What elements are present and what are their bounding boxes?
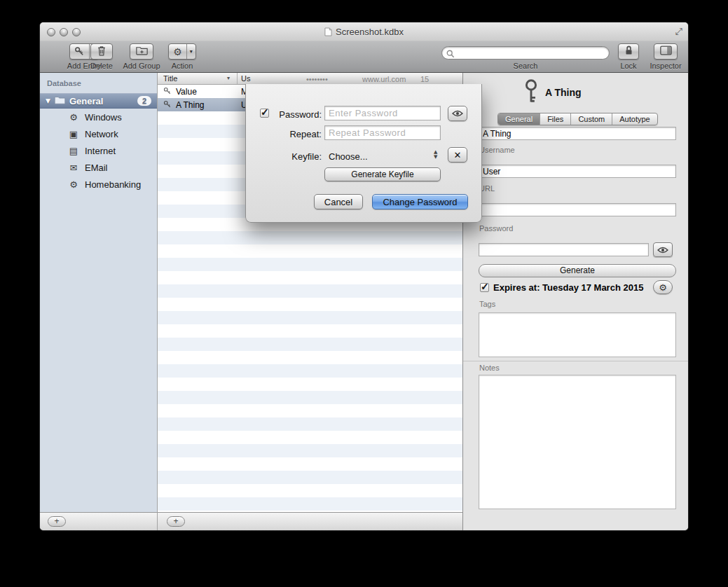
tab-autotype[interactable]: Autotype bbox=[612, 113, 657, 125]
reveal-password-button[interactable] bbox=[653, 242, 673, 257]
sidebar-item-email[interactable]: ✉ EMail bbox=[40, 159, 157, 176]
inspector-entry-title: A Thing bbox=[545, 87, 582, 98]
search-label: Search bbox=[441, 62, 610, 70]
search-input[interactable] bbox=[441, 46, 610, 60]
app-window: Screenshot.kdbx ⤢ ▾ Add Entry Delete bbox=[40, 22, 688, 530]
generate-password-button[interactable]: Generate bbox=[479, 264, 676, 277]
gear-icon: ⚙ bbox=[169, 44, 186, 59]
expires-label: Expires at: Tuesday 17 March 2015 bbox=[493, 282, 643, 293]
keyfile-popup[interactable]: Choose... bbox=[329, 151, 368, 162]
sidebar-item-label: Homebanking bbox=[85, 179, 141, 190]
disclosure-triangle-icon[interactable]: ▼ bbox=[46, 97, 50, 104]
peek-modified-cell: 15 bbox=[420, 75, 429, 83]
window-chrome: Screenshot.kdbx ⤢ ▾ Add Entry Delete bbox=[40, 22, 688, 73]
inspector-panel-icon bbox=[660, 46, 672, 58]
entry-list-bottom-bar: + bbox=[158, 512, 462, 530]
key-icon bbox=[163, 100, 172, 111]
tab-custom[interactable]: Custom bbox=[571, 113, 612, 125]
eye-icon bbox=[452, 109, 463, 119]
inspector-group: Inspector bbox=[648, 43, 683, 70]
inspector-tab-bar: General Files Custom Autotype bbox=[497, 113, 658, 125]
notes-label: Notes bbox=[479, 364, 500, 372]
popup-stepper-icon[interactable]: ▲▼ bbox=[434, 150, 437, 160]
sidebar-item-windows[interactable]: ⚙ Windows bbox=[40, 109, 157, 125]
gear-icon: ⚙ bbox=[659, 282, 667, 293]
peek-password-cell: •••••••• bbox=[306, 75, 328, 83]
sheet-password-label: Password: bbox=[273, 109, 322, 120]
action-label: Action bbox=[172, 62, 193, 70]
internet-icon: ▤ bbox=[68, 146, 79, 156]
action-dropdown[interactable]: ▾ bbox=[186, 44, 195, 59]
clear-keyfile-button[interactable]: ✕ bbox=[448, 147, 467, 163]
close-icon: ✕ bbox=[454, 150, 462, 160]
sheet-keyfile-label: Keyfile: bbox=[273, 151, 322, 162]
key-icon bbox=[70, 44, 89, 59]
sidebar-item-label: Internet bbox=[85, 146, 116, 156]
new-password-input[interactable] bbox=[324, 106, 441, 120]
search-group: Search bbox=[441, 46, 610, 70]
lock-label: Lock bbox=[620, 62, 636, 70]
inspector-label: Inspector bbox=[650, 62, 681, 70]
password-enable-checkbox[interactable] bbox=[260, 109, 269, 118]
add-group-plus-button[interactable]: + bbox=[48, 516, 66, 527]
username-field[interactable] bbox=[479, 165, 676, 178]
delete-button[interactable] bbox=[90, 43, 113, 60]
expires-checkbox[interactable] bbox=[480, 283, 489, 292]
gear-icon: ⚙ bbox=[68, 179, 79, 190]
delete-label: Delete bbox=[90, 62, 113, 70]
title-field[interactable] bbox=[479, 127, 676, 140]
sidebar-section-header: Database bbox=[40, 73, 157, 88]
folder-plus-icon bbox=[136, 46, 148, 58]
action-button[interactable]: ⚙ ▾ bbox=[168, 43, 196, 60]
sidebar-bottom-bar: + bbox=[40, 512, 158, 530]
change-password-sheet: Password: Repeat: Keyfile: Choose... ▲▼ … bbox=[245, 84, 482, 223]
sidebar-item-internet[interactable]: ▤ Internet bbox=[40, 142, 157, 159]
sidebar-item-label: Windows bbox=[85, 112, 122, 123]
reveal-password-button[interactable] bbox=[448, 106, 467, 121]
section-divider bbox=[463, 361, 688, 361]
entry-title-cell: A Thing bbox=[176, 100, 204, 110]
password-field[interactable] bbox=[479, 243, 649, 256]
lock-icon bbox=[624, 45, 633, 59]
sidebar-item-label: Network bbox=[85, 129, 118, 139]
repeat-password-input[interactable] bbox=[324, 125, 441, 140]
tags-input-box[interactable] bbox=[479, 312, 676, 357]
envelope-icon: ✉ bbox=[68, 163, 79, 173]
tab-files[interactable]: Files bbox=[540, 113, 571, 125]
column-header-title[interactable]: Title bbox=[163, 74, 177, 83]
delete-group: Delete bbox=[89, 43, 114, 70]
add-entry-plus-button[interactable]: + bbox=[167, 516, 185, 527]
entry-key-icon bbox=[522, 79, 540, 107]
window-title: Screenshot.kdbx bbox=[40, 27, 688, 39]
sidebar-item-homebanking[interactable]: ⚙ Homebanking bbox=[40, 176, 157, 193]
column-divider[interactable] bbox=[237, 73, 238, 84]
chevron-down-icon: ▾ bbox=[190, 48, 193, 55]
sidebar-group-label: General bbox=[69, 96, 103, 106]
username-label: Username bbox=[479, 146, 515, 154]
eye-icon bbox=[657, 244, 668, 256]
expires-row: Expires at: Tuesday 17 March 2015 bbox=[480, 282, 643, 293]
fullscreen-icon[interactable]: ⤢ bbox=[675, 26, 682, 37]
peek-url-cell: www.url.com bbox=[362, 75, 406, 83]
lock-button[interactable] bbox=[618, 43, 639, 60]
column-header-username[interactable]: Us bbox=[241, 74, 250, 83]
lock-group: Lock bbox=[617, 43, 640, 70]
entry-table-header[interactable]: Title ▾ Us •••••••• www.url.com 15 bbox=[158, 73, 462, 85]
folder-icon bbox=[54, 95, 66, 106]
change-password-button[interactable]: Change Password bbox=[372, 194, 468, 209]
sidebar-group-general[interactable]: ▼ General 2 bbox=[40, 93, 157, 109]
password-label: Password bbox=[479, 224, 513, 233]
inspector-toggle-button[interactable] bbox=[654, 43, 678, 60]
url-field[interactable] bbox=[479, 203, 676, 216]
tags-label: Tags bbox=[479, 300, 495, 308]
document-icon bbox=[324, 27, 332, 39]
entry-count-badge: 2 bbox=[137, 96, 151, 106]
expires-options-button[interactable]: ⚙ bbox=[653, 280, 673, 294]
notes-input-box[interactable] bbox=[479, 375, 676, 509]
generate-keyfile-button[interactable]: Generate Keyfile bbox=[324, 167, 441, 181]
cancel-button[interactable]: Cancel bbox=[314, 194, 363, 209]
tab-general[interactable]: General bbox=[498, 113, 540, 125]
sidebar-item-network[interactable]: ▣ Network bbox=[40, 125, 157, 142]
add-group-button[interactable] bbox=[130, 43, 153, 60]
search-icon bbox=[446, 48, 455, 61]
